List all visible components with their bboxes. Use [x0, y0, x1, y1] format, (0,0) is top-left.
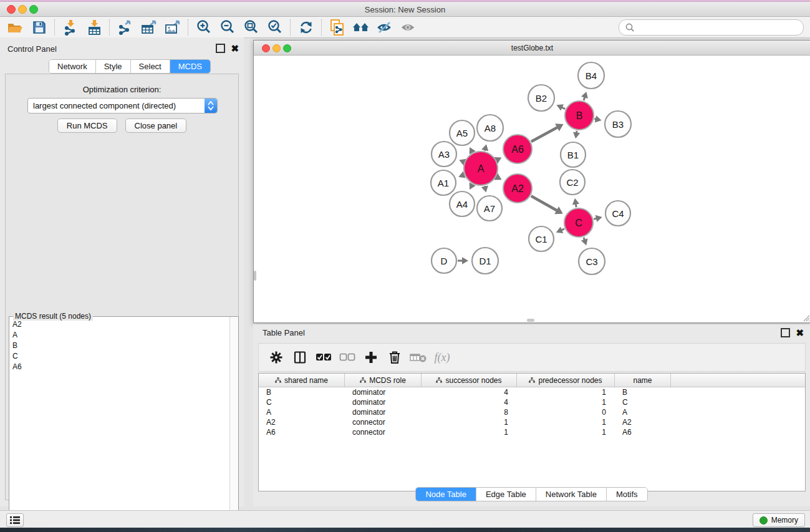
criterion-select[interactable]: largest connected component (directed) — [27, 98, 218, 114]
node-label-A5: A5 — [456, 128, 468, 138]
network-canvas[interactable]: B4B2BB3A5A8A6B1A3AC2A1A2A4A7C4CC1C3DD1 — [254, 56, 810, 322]
float-panel-icon[interactable] — [216, 44, 225, 53]
delete-column-button[interactable] — [385, 347, 405, 367]
result-item[interactable]: C — [10, 351, 229, 361]
add-column-button[interactable] — [361, 347, 381, 367]
cytoscape-app: Session: New Session — [0, 0, 810, 532]
zoom-fit-icon — [243, 19, 259, 36]
cell-shared-name: A2 — [259, 417, 345, 427]
home-button[interactable] — [349, 18, 373, 37]
export-table-button[interactable] — [137, 18, 161, 37]
refresh-icon — [298, 19, 314, 36]
export-network-button[interactable] — [113, 18, 137, 37]
table-settings-button[interactable] — [266, 347, 286, 367]
zoom-out-button[interactable] — [216, 18, 239, 37]
arrowhead-icon — [581, 92, 588, 99]
column-view-button[interactable] — [290, 347, 310, 367]
trash-icon — [388, 351, 401, 364]
network-window-titlebar: testGlobe.txt — [254, 41, 810, 56]
open-session-button[interactable] — [4, 18, 27, 37]
memory-button[interactable]: Memory — [753, 513, 805, 527]
table-toolbar: f(x) — [258, 343, 806, 372]
result-item[interactable]: A6 — [10, 361, 229, 372]
result-scrollbar[interactable] — [229, 317, 238, 530]
table-row[interactable]: A2connector11A2 — [259, 417, 805, 427]
search-input[interactable] — [638, 21, 803, 34]
tab-network[interactable]: Network — [49, 60, 96, 73]
hierarchy-icon — [275, 377, 281, 383]
node-label-C4: C4 — [612, 208, 624, 219]
list-icon — [10, 516, 20, 525]
mcds-result-list: A2ABCA6 — [10, 319, 229, 529]
deselect-all-button[interactable] — [337, 347, 357, 367]
tab-style[interactable]: Style — [96, 60, 131, 73]
export-network-icon — [117, 19, 133, 36]
toolbar-separator — [54, 19, 55, 36]
delete-table-icon — [410, 352, 427, 363]
table-row[interactable]: Adominator80A — [259, 407, 805, 417]
arrowhead-icon — [595, 115, 602, 122]
result-item[interactable]: A — [10, 329, 229, 340]
edge-A2-C[interactable] — [531, 196, 557, 210]
cell-shared-name: C — [259, 397, 345, 407]
select-all-button[interactable] — [314, 347, 334, 367]
node-label-C2: C2 — [566, 177, 578, 188]
column-header-shared-name[interactable]: shared name — [259, 374, 345, 387]
result-item[interactable]: B — [10, 340, 229, 351]
task-history-button[interactable] — [6, 513, 24, 527]
function-builder-button[interactable]: f(x) — [432, 347, 452, 367]
close-panel-icon[interactable]: ✖ — [231, 45, 239, 52]
float-table-panel-icon[interactable] — [781, 328, 790, 337]
toolbar-separator — [290, 19, 291, 36]
toolbar-separator — [109, 19, 110, 36]
network-horizontal-scroll-thumb[interactable] — [527, 319, 534, 322]
table-row[interactable]: Bdominator41B — [259, 387, 805, 397]
copy-network-button[interactable] — [325, 18, 349, 37]
node-table: shared nameMCDS rolesuccessor nodesprede… — [258, 373, 806, 491]
zoom-out-icon — [219, 19, 236, 36]
table-row[interactable]: A6connector11A6 — [259, 427, 805, 437]
tab-motifs[interactable]: Motifs — [607, 488, 647, 501]
run-mcds-button[interactable]: Run MCDS — [57, 118, 117, 133]
optimization-criterion-label: Optimization criterion: — [6, 85, 238, 94]
table-row[interactable]: Cdominator41C — [259, 397, 805, 407]
cell-predecessor-nodes: 1 — [517, 417, 615, 427]
toolbar-separator — [188, 19, 189, 36]
hide-panel-button[interactable] — [373, 18, 397, 37]
result-item[interactable]: A2 — [10, 319, 229, 329]
close-panel-button[interactable]: Close panel — [125, 118, 187, 133]
import-network-button[interactable] — [59, 18, 82, 37]
resize-grip-icon[interactable] — [801, 313, 810, 322]
tab-select[interactable]: Select — [131, 60, 170, 73]
show-graphics-button[interactable] — [397, 18, 420, 37]
cell-shared-name: A6 — [259, 427, 345, 437]
hide-graphics-icon — [376, 20, 393, 35]
cell-name: C — [615, 397, 671, 407]
node-label-B: B — [576, 110, 583, 121]
close-table-panel-icon[interactable]: ✖ — [796, 329, 804, 336]
column-header-mcds-role[interactable]: MCDS role — [345, 374, 422, 387]
zoom-fit-button[interactable] — [239, 18, 263, 37]
tab-node-table[interactable]: Node Table — [416, 488, 476, 501]
refresh-button[interactable] — [294, 18, 318, 37]
column-header-successor-nodes[interactable]: successor nodes — [422, 374, 517, 387]
node-label-D1: D1 — [479, 256, 491, 266]
edge-A6-B[interactable] — [531, 127, 557, 142]
tab-mcds[interactable]: MCDS — [170, 60, 210, 73]
tab-edge-table[interactable]: Edge Table — [476, 488, 536, 501]
tab-network-table[interactable]: Network Table — [536, 488, 607, 501]
import-network-icon — [62, 19, 79, 36]
delete-table-button[interactable] — [408, 347, 428, 367]
network-vertical-scroll-thumb[interactable] — [254, 271, 256, 281]
column-header-predecessor-nodes[interactable]: predecessor nodes — [517, 374, 615, 387]
cell-predecessor-nodes: 1 — [517, 397, 615, 407]
node-label-A4: A4 — [456, 199, 468, 210]
network-graph[interactable]: B4B2BB3A5A8A6B1A3AC2A1A2A4A7C4CC1C3DD1 — [254, 56, 809, 322]
node-label-A2: A2 — [511, 183, 524, 194]
import-table-button[interactable] — [82, 18, 106, 37]
zoom-selected-button[interactable] — [263, 18, 287, 37]
save-session-button[interactable] — [27, 18, 51, 37]
zoom-in-button[interactable] — [192, 18, 216, 37]
export-image-button[interactable] — [161, 18, 185, 37]
column-header-name[interactable]: name — [615, 374, 671, 387]
